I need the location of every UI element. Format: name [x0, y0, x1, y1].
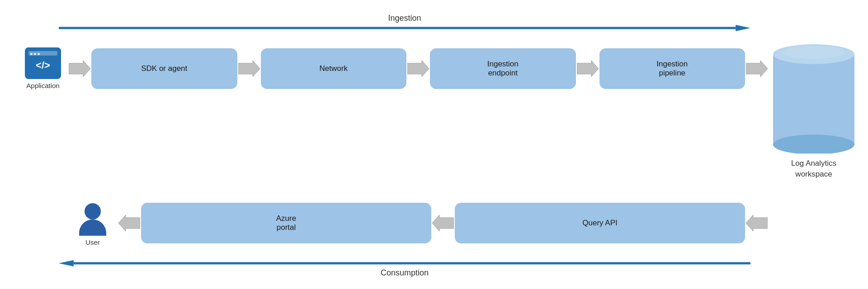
- svg-point-10: [773, 135, 854, 154]
- svg-marker-1: [736, 25, 750, 31]
- arrow-network-endpoint: [406, 60, 430, 78]
- arrow-endpoint-pipeline: [576, 60, 599, 78]
- arrow-sdk-network: [237, 60, 261, 78]
- svg-marker-6: [746, 61, 768, 77]
- ingestion-row: Ingestion: [59, 14, 750, 31]
- gray-arrow-left-icon3: [746, 214, 768, 232]
- query-api-box: Query API: [455, 203, 745, 243]
- sdk-agent-label: SDK or agent: [141, 64, 187, 73]
- query-api-label: Query API: [582, 219, 617, 228]
- user-body-icon: [79, 219, 106, 236]
- svg-point-12: [782, 46, 845, 59]
- azure-portal-label: Azure portal: [276, 214, 296, 232]
- arrow-pipeline-cylinder: [745, 60, 769, 78]
- user-label: User: [85, 238, 100, 246]
- diagram-container: Ingestion </> Application: [0, 0, 868, 289]
- consumption-label: Consumption: [381, 268, 429, 278]
- app-dots: [30, 53, 40, 55]
- log-analytics-cylinder-icon: [773, 36, 854, 154]
- consumption-row: Consumption: [59, 260, 750, 278]
- svg-marker-13: [118, 215, 140, 231]
- gray-arrow-left-icon1: [118, 214, 140, 232]
- arrow-queryapi-portal: [431, 214, 455, 232]
- svg-marker-14: [432, 215, 454, 231]
- arrow-cylinder-queryapi: [745, 214, 769, 232]
- gray-arrow-icon3: [407, 60, 429, 78]
- log-analytics-label: Log Analytics workspace: [791, 158, 836, 180]
- ingestion-endpoint-box: Ingestion endpoint: [430, 48, 576, 89]
- gray-arrow-left-icon2: [432, 214, 454, 232]
- svg-marker-17: [59, 260, 74, 266]
- svg-rect-9: [773, 54, 854, 144]
- svg-marker-2: [69, 61, 90, 77]
- ingestion-endpoint-label: Ingestion endpoint: [487, 60, 519, 78]
- dot3: [38, 53, 40, 55]
- bottom-flow: User Azure portal Query API: [68, 200, 769, 246]
- ingestion-arrow: [59, 25, 750, 31]
- gray-arrow-icon2: [238, 60, 260, 78]
- dot1: [30, 53, 33, 55]
- network-box: Network: [261, 48, 407, 89]
- ingestion-pipeline-box: Ingestion pipeline: [599, 48, 745, 89]
- arrow-portal-user: [118, 214, 141, 232]
- network-label: Network: [320, 64, 348, 73]
- ingestion-pipeline-label: Ingestion pipeline: [656, 60, 688, 78]
- ingestion-label: Ingestion: [388, 14, 421, 23]
- gray-arrow-icon4: [577, 60, 599, 78]
- main-flow: </> Application SDK or agent Network: [18, 47, 769, 89]
- log-analytics-wrap: Log Analytics workspace: [773, 36, 854, 180]
- sdk-agent-box: SDK or agent: [91, 48, 237, 89]
- dot2: [34, 53, 36, 55]
- gray-arrow-icon5: [746, 60, 768, 78]
- arrow-app-sdk: [68, 60, 91, 78]
- gray-arrow-icon: [69, 60, 90, 78]
- application-icon-wrap: </> Application: [18, 47, 68, 89]
- consumption-arrow: [59, 260, 750, 266]
- svg-marker-15: [746, 215, 768, 231]
- app-code-icon: </>: [36, 60, 50, 71]
- svg-marker-5: [577, 61, 599, 77]
- svg-marker-4: [407, 61, 429, 77]
- azure-portal-box: Azure portal: [141, 203, 431, 243]
- application-label: Application: [26, 82, 59, 89]
- svg-marker-3: [238, 61, 260, 77]
- user-head-icon: [85, 203, 101, 219]
- user-icon: [77, 200, 108, 236]
- user-wrap: User: [68, 200, 118, 246]
- application-icon: </>: [25, 47, 61, 79]
